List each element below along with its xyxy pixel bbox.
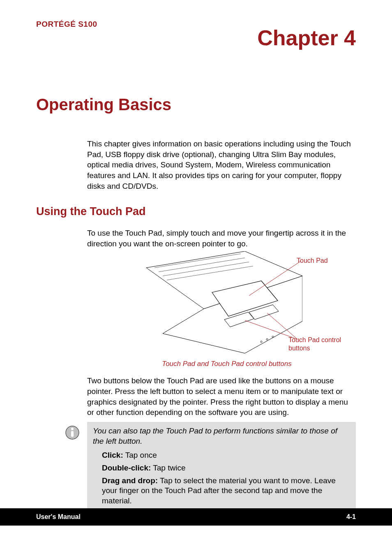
touchpad-illustration-icon — [138, 251, 302, 354]
note-intro: You can also tap the Touch Pad to perfor… — [93, 426, 350, 446]
figure-label-touchpad: Touch Pad — [297, 257, 328, 264]
info-icon — [65, 425, 80, 440]
svg-rect-17 — [71, 431, 74, 437]
note-term: Double-click: — [102, 463, 151, 472]
chapter-title: Chapter 4 — [36, 25, 356, 50]
svg-point-16 — [71, 428, 74, 430]
figure-block: Touch Pad Touch Pad control buttons Touc… — [87, 251, 356, 368]
intro-paragraph: This chapter gives information on basic … — [87, 139, 356, 191]
note-desc: Tap once — [123, 451, 157, 459]
note-block: You can also tap the Touch Pad to perfor… — [87, 422, 356, 514]
footer-bar: User's Manual 4-1 — [0, 508, 392, 526]
footer-page-number: 4-1 — [346, 513, 356, 521]
figure-wrap: Touch Pad Touch Pad control buttons — [87, 251, 356, 358]
note-item-click: Click: Tap once — [102, 450, 350, 461]
note-term: Drag and drop: — [102, 476, 158, 485]
note-term: Click: — [102, 451, 123, 459]
document-page: PORTÉGÉ S100 Chapter 4 Operating Basics … — [0, 0, 392, 496]
subsection-title: Using the Touch Pad — [36, 205, 356, 218]
touchpad-paragraph-1: To use the Touch Pad, simply touch and m… — [87, 228, 356, 249]
touchpad-paragraph-2: Two buttons below the Touch Pad are used… — [87, 375, 356, 418]
note-item-double-click: Double-click: Tap twice — [102, 463, 350, 473]
note-item-drag-drop: Drag and drop: Tap to select the materia… — [102, 476, 350, 506]
section-title: Operating Basics — [36, 95, 356, 114]
footer-left: User's Manual — [36, 513, 81, 521]
figure-caption: Touch Pad and Touch Pad control buttons — [112, 360, 342, 368]
note-desc: Tap twice — [151, 463, 185, 472]
figure-label-control-buttons: Touch Pad control buttons — [288, 336, 362, 352]
